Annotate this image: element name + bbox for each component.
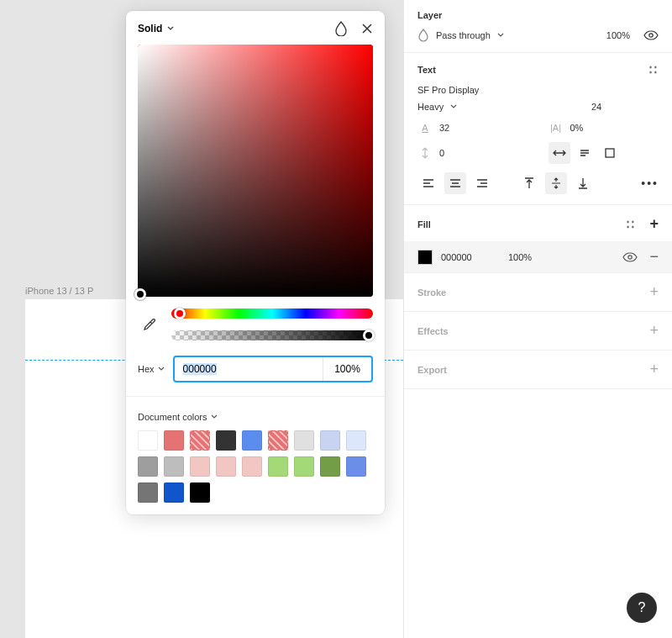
- auto-width-icon[interactable]: [549, 142, 570, 164]
- color-swatch[interactable]: [320, 456, 340, 477]
- text-section: Text ∷ SF Pro Display Heavy 24 A 32 |A| …: [404, 53, 672, 205]
- fill-row[interactable]: 000000 100% −: [404, 241, 672, 272]
- chevron-down-icon[interactable]: [497, 33, 504, 38]
- auto-height-icon[interactable]: [574, 142, 596, 164]
- font-weight-select[interactable]: Heavy: [417, 102, 444, 112]
- color-swatch[interactable]: [268, 456, 288, 477]
- align-left-icon[interactable]: [417, 172, 439, 194]
- chevron-down-icon[interactable]: [211, 414, 218, 419]
- more-options-icon[interactable]: •••: [641, 177, 659, 190]
- document-colors-label[interactable]: Document colors: [138, 412, 207, 422]
- color-swatch[interactable]: [164, 456, 184, 477]
- color-swatch[interactable]: [320, 430, 340, 451]
- letter-spacing-input[interactable]: 0%: [570, 123, 584, 133]
- color-swatch[interactable]: [294, 456, 314, 477]
- letter-spacing-icon: |A|: [549, 120, 564, 135]
- line-height-input[interactable]: 32: [439, 123, 449, 133]
- add-effect-button[interactable]: +: [649, 322, 659, 340]
- chevron-down-icon[interactable]: [167, 26, 174, 31]
- line-height-icon: A: [417, 120, 433, 135]
- color-swatch[interactable]: [190, 482, 210, 503]
- eye-icon[interactable]: [622, 252, 638, 262]
- alpha-thumb[interactable]: [363, 330, 375, 341]
- export-section-title: Export: [417, 365, 447, 375]
- color-mode-select[interactable]: Solid: [138, 23, 162, 34]
- font-size-input[interactable]: 24: [591, 102, 659, 112]
- color-swatch[interactable]: [242, 430, 262, 451]
- color-swatch[interactable]: [294, 430, 314, 451]
- export-section[interactable]: Export +: [404, 351, 672, 389]
- color-swatch[interactable]: [164, 430, 184, 451]
- eyedropper-button[interactable]: [138, 317, 161, 332]
- fill-color-swatch[interactable]: [417, 250, 433, 265]
- chevron-down-icon[interactable]: [158, 366, 165, 372]
- color-format-label[interactable]: Hex: [138, 364, 155, 374]
- color-swatch[interactable]: [164, 482, 184, 503]
- effects-section-title: Effects: [417, 326, 449, 336]
- add-export-button[interactable]: +: [649, 361, 659, 378]
- document-swatches: [126, 429, 385, 503]
- hex-input[interactable]: [175, 357, 323, 381]
- paragraph-spacing-input[interactable]: 0: [439, 148, 444, 158]
- properties-panel: Layer Pass through 100% Text ∷: [403, 0, 672, 638]
- color-swatch[interactable]: [138, 430, 158, 451]
- color-swatch[interactable]: [190, 456, 210, 477]
- close-icon[interactable]: [361, 23, 373, 34]
- blend-mode-select[interactable]: Pass through: [436, 30, 491, 40]
- frame-label: iPhone 13 / 13 P: [25, 286, 93, 296]
- opacity-input[interactable]: [323, 357, 371, 381]
- help-button[interactable]: ?: [627, 593, 657, 623]
- style-icon[interactable]: ∷: [649, 63, 659, 76]
- hue-slider[interactable]: [171, 308, 373, 319]
- stroke-section-title: Stroke: [417, 287, 446, 298]
- fixed-size-icon[interactable]: [599, 142, 621, 164]
- fill-section-title: Fill: [417, 219, 431, 229]
- font-family-select[interactable]: SF Pro Display: [417, 85, 659, 95]
- style-icon[interactable]: ∷: [627, 218, 636, 231]
- blend-mode-icon[interactable]: [417, 29, 429, 42]
- fill-section: Fill ∷ + 000000 100% −: [404, 205, 672, 273]
- align-top-icon[interactable]: [518, 172, 540, 194]
- add-stroke-button[interactable]: +: [649, 283, 659, 301]
- paragraph-spacing-icon: [417, 145, 433, 161]
- alpha-slider[interactable]: [171, 330, 373, 340]
- color-swatch[interactable]: [138, 482, 158, 503]
- svg-point-0: [649, 34, 653, 37]
- effects-section[interactable]: Effects +: [404, 312, 672, 351]
- layer-section-title: Layer: [417, 10, 442, 20]
- color-swatch[interactable]: [346, 430, 366, 451]
- color-swatch[interactable]: [268, 430, 288, 451]
- color-swatch[interactable]: [216, 456, 236, 477]
- color-swatch[interactable]: [190, 430, 210, 451]
- saturation-value-picker[interactable]: [138, 45, 373, 297]
- layer-opacity-value[interactable]: 100%: [606, 30, 630, 40]
- align-middle-icon[interactable]: [545, 172, 567, 194]
- fill-opacity-value[interactable]: 100%: [508, 252, 550, 262]
- color-swatch[interactable]: [216, 430, 236, 451]
- color-swatch[interactable]: [242, 456, 262, 477]
- text-section-title: Text: [417, 65, 436, 75]
- hue-thumb[interactable]: [174, 308, 186, 319]
- color-swatch[interactable]: [138, 456, 158, 477]
- svg-rect-1: [606, 149, 614, 157]
- layer-section: Layer Pass through 100%: [404, 0, 672, 53]
- svg-point-2: [628, 255, 632, 258]
- remove-fill-button[interactable]: −: [649, 248, 659, 266]
- color-picker-popover: Solid: [126, 11, 385, 514]
- align-center-icon[interactable]: [444, 172, 466, 194]
- blend-mode-icon[interactable]: [334, 21, 348, 36]
- chevron-down-icon[interactable]: [450, 104, 457, 109]
- sv-cursor[interactable]: [134, 288, 146, 300]
- align-bottom-icon[interactable]: [572, 172, 594, 194]
- stroke-section[interactable]: Stroke +: [404, 273, 672, 312]
- align-right-icon[interactable]: [471, 172, 493, 194]
- color-swatch[interactable]: [346, 456, 366, 477]
- eye-icon[interactable]: [643, 30, 659, 40]
- fill-hex-value[interactable]: 000000: [441, 252, 500, 262]
- add-fill-button[interactable]: +: [649, 215, 659, 233]
